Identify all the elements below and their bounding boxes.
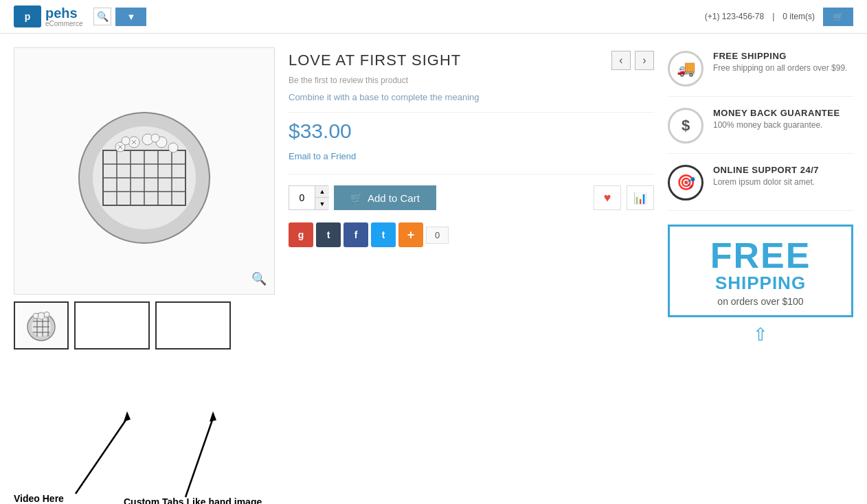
svg-marker-35 <box>210 411 216 422</box>
custom-tab-2[interactable] <box>155 301 231 350</box>
wishlist-btn[interactable]: ♥ <box>594 185 621 210</box>
google-btn[interactable]: g <box>289 222 313 247</box>
svg-marker-33 <box>124 411 131 422</box>
price: $33.00 <box>289 119 654 143</box>
features-panel: 🚚 FREE SHIPPING Free shipping on all ord… <box>668 47 853 345</box>
custom-tabs-label: Custom Tabs Like hand image <box>124 496 262 504</box>
qty-up-btn[interactable]: ▲ <box>315 186 329 198</box>
compare-btn[interactable]: 📊 <box>627 185 654 210</box>
product-title-row: LOVE AT FIRST SIGHT ‹ › <box>289 51 654 70</box>
moneyback-title: MONEY BACK GUARANTEE <box>713 108 840 118</box>
facebook-btn[interactable]: f <box>344 222 368 247</box>
svg-point-30 <box>44 312 49 317</box>
on-orders-text: on orders over $100 <box>678 296 843 307</box>
thumb-area <box>14 301 275 350</box>
feature-moneyback: $ MONEY BACK GUARANTEE 100% money back g… <box>668 108 853 154</box>
social-row: g t f t + 0 <box>289 222 654 247</box>
main-image-box: 🔍 <box>14 47 275 295</box>
review-text: Be the first to review this product <box>289 76 654 85</box>
logo-icon: p <box>14 5 41 27</box>
logo-text: pehs <box>45 6 82 20</box>
moneyback-text-block: MONEY BACK GUARANTEE 100% money back gua… <box>713 108 840 130</box>
zoom-icon[interactable]: 🔍 <box>251 271 267 287</box>
logo-sub: eCommerce <box>45 20 82 27</box>
feature-shipping: 🚚 FREE SHIPPING Free shipping on all ord… <box>668 51 853 97</box>
moneyback-icon: $ <box>668 108 703 144</box>
svg-point-14 <box>168 143 178 152</box>
support-title: ONLINE SUPPORT 24/7 <box>713 165 819 175</box>
social-count: 0 <box>426 227 449 244</box>
up-arrow-btn[interactable]: ⇧ <box>668 324 853 345</box>
add-to-cart-label: Add to Cart <box>368 192 420 204</box>
qty-wrapper: ▲ ▼ <box>289 185 328 210</box>
shipping-text-block: FREE SHIPPING Free shipping on all order… <box>713 51 847 73</box>
qty-input[interactable] <box>289 186 315 209</box>
share-plus-btn[interactable]: + <box>398 222 423 247</box>
shipping-icon: 🚚 <box>668 51 703 87</box>
annotation-arrows-svg <box>14 356 275 504</box>
top-bar: p pehs eCommerce 🔍 ▼ (+1) 123-456-78 | 0… <box>0 0 867 34</box>
description: Combine it with a base to complete the m… <box>289 92 654 102</box>
support-desc: Lorem ipsum dolor sit amet. <box>713 177 819 187</box>
product-image-area: 🔍 <box>14 47 275 350</box>
main-content: 🔍 <box>0 34 867 350</box>
product-image <box>62 89 227 253</box>
free-label: FREE <box>678 238 843 273</box>
nav-button[interactable]: ▼ <box>115 8 146 26</box>
divider-1 <box>289 112 654 113</box>
cart-info: 0 item(s) <box>782 12 815 21</box>
svg-point-16 <box>151 134 159 142</box>
divider-2 <box>289 174 654 174</box>
qty-down-btn[interactable]: ▼ <box>315 198 329 209</box>
shipping-desc: Free shipping on all orders over $99. <box>713 63 847 73</box>
tumblr-btn[interactable]: t <box>316 222 341 247</box>
feature-support: 🎯 ONLINE SUPPORT 24/7 Lorem ipsum dolor … <box>668 165 853 211</box>
shipping-label: SHIPPING <box>678 273 843 293</box>
video-here-label: Video Here <box>14 493 64 504</box>
bottom-annotation-area: Video Here Custom Tabs Like hand image <box>0 356 867 504</box>
cart-icon: 🛒 <box>350 192 362 203</box>
svg-line-32 <box>76 418 127 494</box>
next-arrow[interactable]: › <box>635 51 654 70</box>
shipping-title: FREE SHIPPING <box>713 51 847 61</box>
top-right: (+1) 123-456-78 | 0 item(s) 🛒 <box>705 8 853 26</box>
add-cart-row: ▲ ▼ 🛒 Add to Cart ♥ 📊 <box>289 185 654 210</box>
svg-line-34 <box>185 418 213 497</box>
support-text-block: ONLINE SUPPORT 24/7 Lorem ipsum dolor si… <box>713 165 819 187</box>
search-icon[interactable]: 🔍 <box>93 8 111 25</box>
add-to-cart-btn[interactable]: 🛒 Add to Cart <box>334 185 436 210</box>
free-shipping-banner: FREE SHIPPING on orders over $100 <box>668 225 853 317</box>
product-title: LOVE AT FIRST SIGHT <box>289 51 461 69</box>
product-info: LOVE AT FIRST SIGHT ‹ › Be the first to … <box>289 47 654 247</box>
svg-point-15 <box>122 137 130 145</box>
nav-arrows: ‹ › <box>611 51 654 70</box>
twitter-btn[interactable]: t <box>371 222 396 247</box>
custom-tab-1[interactable] <box>74 301 150 350</box>
up-arrow-icon: ⇧ <box>753 324 768 345</box>
prev-arrow[interactable]: ‹ <box>611 51 631 70</box>
moneyback-desc: 100% money back guarantee. <box>713 120 840 130</box>
separator: | <box>772 12 774 21</box>
thumb-1[interactable] <box>14 301 69 350</box>
cart-button[interactable]: 🛒 <box>823 8 853 26</box>
support-icon: 🎯 <box>668 165 703 201</box>
svg-point-31 <box>33 313 38 319</box>
contact-info: (+1) 123-456-78 <box>705 12 764 21</box>
email-friend-link[interactable]: Email to a Friend <box>289 151 654 161</box>
logo-area: p pehs eCommerce 🔍 ▼ <box>14 5 146 27</box>
qty-spinner: ▲ ▼ <box>315 186 329 209</box>
